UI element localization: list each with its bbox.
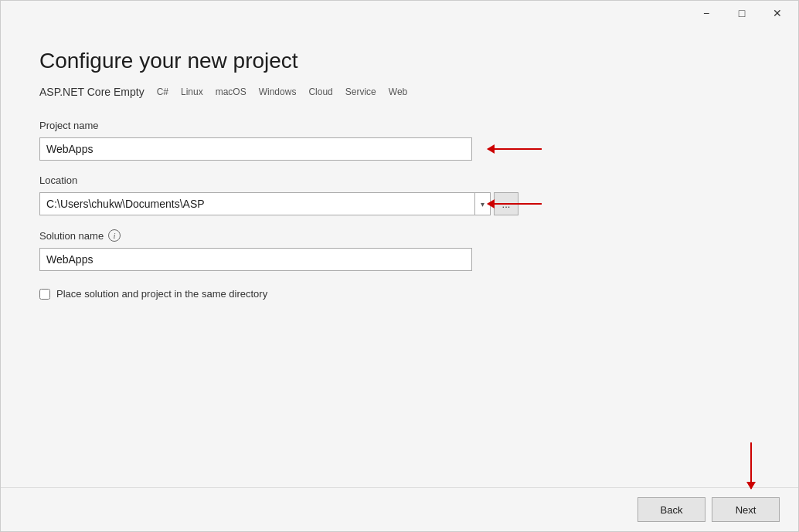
project-name-input[interactable] [39,137,472,161]
project-name-group: Project name [39,120,518,161]
minimize-button[interactable]: − [688,2,724,25]
next-button[interactable]: Next [712,497,780,522]
tag-csharp: C# [157,86,168,97]
tag-windows: Windows [259,86,297,97]
title-bar: − □ ✕ [1,1,798,25]
location-select-wrapper: ▾ [39,192,491,215]
window-body: Configure your new project ASP.NET Core … [1,25,798,531]
solution-name-group: Solution name i [39,229,518,271]
form-section: Project name Location [39,120,518,300]
solution-name-label: Solution name i [39,229,518,242]
subtitle-row: ASP.NET Core Empty C# Linux macOS Window… [39,86,760,98]
tag-linux: Linux [181,86,203,97]
tag-web: Web [389,86,407,97]
page-title: Configure your new project [39,49,760,73]
same-directory-label[interactable]: Place solution and project in the same d… [56,288,267,300]
main-window: − □ ✕ Configure your new project ASP.NET… [0,0,799,532]
location-input[interactable] [39,192,475,215]
content-area: Configure your new project ASP.NET Core … [1,25,798,487]
arrow-annotation-1 [488,148,542,150]
same-directory-checkbox[interactable] [39,289,50,300]
location-label: Location [39,175,518,186]
back-button[interactable]: Back [638,497,706,522]
location-row: ▾ ... [39,192,518,215]
same-directory-checkbox-row: Place solution and project in the same d… [39,288,518,300]
project-type-label: ASP.NET Core Empty [39,86,144,98]
close-button[interactable]: ✕ [760,2,795,25]
location-dropdown-button[interactable]: ▾ [475,192,491,215]
tag-service: Service [345,86,376,97]
tag-cloud: Cloud [308,86,332,97]
footer: Back Next [1,487,798,531]
info-icon: i [108,229,121,242]
solution-name-input[interactable] [39,248,472,271]
maximize-button[interactable]: □ [724,2,760,25]
project-name-label: Project name [39,120,518,131]
tag-macos: macOS [216,86,246,97]
browse-button[interactable]: ... [494,192,518,215]
location-group: Location ▾ ... [39,175,518,215]
project-name-input-wrapper [39,137,518,161]
